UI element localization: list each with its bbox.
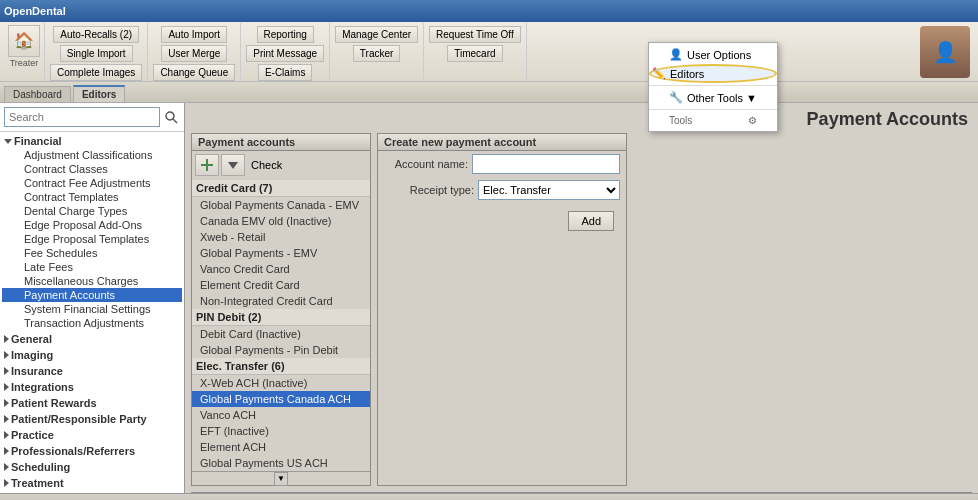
reporting-btn[interactable]: Reporting: [257, 26, 314, 43]
tree-group-patient-responsible: Patient/Responsible Party: [2, 412, 182, 426]
pa-item-gp-canada-emv[interactable]: Global Payments Canada - EMV: [192, 197, 370, 213]
tree-group-header-professionals[interactable]: Professionals/Referrers: [2, 444, 182, 458]
ribbon-top: 🏠 Treater Auto-Recalls (2) Single Import…: [0, 22, 978, 82]
ribbon-section-lockin: Request Time Off Timecard: [424, 23, 527, 81]
tree-item-edge-proposal-templates[interactable]: Edge Proposal Templates: [2, 232, 182, 246]
general-label: General: [11, 333, 52, 345]
tab-dashboard[interactable]: Dashboard: [4, 86, 71, 102]
down-payment-btn[interactable]: [221, 154, 245, 176]
pa-item-element-cc[interactable]: Element Credit Card: [192, 277, 370, 293]
pa-item-vanco-cc[interactable]: Vanco Credit Card: [192, 261, 370, 277]
chevron-right-icon4: [4, 383, 9, 391]
tree-group-header-scheduling[interactable]: Scheduling: [2, 460, 182, 474]
other-tools-item[interactable]: 🔧 Other Tools ▼: [649, 88, 777, 107]
pa-item-eft[interactable]: EFT (Inactive): [192, 423, 370, 439]
pa-item-non-integrated-cc[interactable]: Non-Integrated Credit Card: [192, 293, 370, 309]
ribbon-group-lockin: Request Time Off Timecard: [424, 23, 527, 81]
elec-transfer-header[interactable]: Elec. Transfer (6): [192, 358, 370, 375]
tree-item-transaction-adjustments[interactable]: Transaction Adjustments: [2, 316, 182, 330]
tree-group-workflows: Workflows: [2, 492, 182, 493]
tree-group-header-practice[interactable]: Practice: [2, 428, 182, 442]
tree-group-header-general[interactable]: General: [2, 332, 182, 346]
tree-item-contract-classes[interactable]: Contract Classes: [2, 162, 182, 176]
tree-group-integrations: Integrations: [2, 380, 182, 394]
tree-item-miscellaneous-charges[interactable]: Miscellaneous Charges: [2, 274, 182, 288]
tree-group-header-insurance[interactable]: Insurance: [2, 364, 182, 378]
tree-group-professionals: Professionals/Referrers: [2, 444, 182, 458]
tree-item-payment-accounts[interactable]: Payment Accounts: [2, 288, 182, 302]
search-input[interactable]: [4, 107, 160, 127]
pa-item-gp-canada-ach[interactable]: Global Payments Canada ACH: [192, 391, 370, 407]
complete-images-btn[interactable]: Complete Images: [50, 64, 142, 81]
account-name-input[interactable]: [472, 154, 620, 174]
pa-item-gp-pin-debit[interactable]: Global Payments - Pin Debit: [192, 342, 370, 358]
tools-footer-item[interactable]: Tools ⚙: [649, 112, 777, 129]
pa-item-xweb-retail[interactable]: Xweb - Retail: [192, 229, 370, 245]
pa-item-gp-emv[interactable]: Global Payments - EMV: [192, 245, 370, 261]
manage-center-btn[interactable]: Manage Center: [335, 26, 418, 43]
patient-responsible-label: Patient/Responsible Party: [11, 413, 147, 425]
tree-item-contract-fee-adjustments[interactable]: Contract Fee Adjustments: [2, 176, 182, 190]
change-queue-btn[interactable]: Change Queue: [153, 64, 235, 81]
print-message-btn[interactable]: Print Message: [246, 45, 324, 62]
tree-group-general: General: [2, 332, 182, 346]
add-button[interactable]: Add: [568, 211, 614, 231]
tree-item-system-financial[interactable]: System Financial Settings: [2, 302, 182, 316]
editors-item[interactable]: ✏️ Editors: [649, 64, 777, 83]
tree-group-header-workflows[interactable]: Workflows: [2, 492, 182, 493]
add-payment-btn[interactable]: [195, 154, 219, 176]
pa-item-vanco-ach[interactable]: Vanco ACH: [192, 407, 370, 423]
tree-item-edge-proposal-addons[interactable]: Edge Proposal Add-Ons: [2, 218, 182, 232]
request-time-btn[interactable]: Request Time Off: [429, 26, 521, 43]
user-merge-btn[interactable]: User Merge: [161, 45, 227, 62]
ribbon-group-reporting: Reporting Print Message E-Claims: [241, 23, 330, 81]
tree-item-fee-schedules[interactable]: Fee Schedules: [2, 246, 182, 260]
account-name-label: Account name:: [384, 158, 468, 170]
pa-item-gp-us-ach[interactable]: Global Payments US ACH: [192, 455, 370, 471]
tree-item-adjustment-classifications[interactable]: Adjustment Classifications: [2, 148, 182, 162]
tracker-btn[interactable]: Tracker: [353, 45, 401, 62]
tree-group-header-treatment[interactable]: Treatment: [2, 476, 182, 490]
chevron-right-icon: [4, 335, 9, 343]
ribbon-tabs: Dashboard Editors: [0, 82, 978, 102]
scroll-down-arrow[interactable]: ▼: [274, 472, 288, 486]
tab-editors[interactable]: Editors: [73, 85, 125, 102]
tree-group-header-imaging[interactable]: Imaging: [2, 348, 182, 362]
chevron-right-icon10: [4, 479, 9, 487]
credit-card-header[interactable]: Credit Card (7): [192, 180, 370, 197]
main-area: Financial Adjustment Classifications Con…: [0, 103, 978, 493]
tree-item-dental-charge-types[interactable]: Dental Charge Types: [2, 204, 182, 218]
pin-debit-header[interactable]: PIN Debit (2): [192, 309, 370, 326]
tree-group-header-integrations[interactable]: Integrations: [2, 380, 182, 394]
user-options-item[interactable]: 👤 User Options: [649, 45, 777, 64]
treater-icon-btn[interactable]: 🏠: [8, 25, 40, 57]
ribbon: 🏠 Treater Auto-Recalls (2) Single Import…: [0, 22, 978, 103]
eclaims-btn[interactable]: E-Claims: [258, 64, 313, 81]
tree-item-contract-templates[interactable]: Contract Templates: [2, 190, 182, 204]
tree-item-late-fees[interactable]: Late Fees: [2, 260, 182, 274]
single-import-btn[interactable]: Single Import: [60, 45, 133, 62]
pa-item-xweb-ach[interactable]: X-Web ACH (Inactive): [192, 375, 370, 391]
search-icon[interactable]: [162, 108, 180, 126]
tree-group-header-patient-responsible[interactable]: Patient/Responsible Party: [2, 412, 182, 426]
tools-dropdown: 👤 User Options ✏️ Editors 🔧 Other Tools …: [648, 42, 778, 132]
chevron-right-icon9: [4, 463, 9, 471]
payment-accounts-title: Payment accounts: [192, 134, 370, 151]
dropdown-divider2: [649, 109, 777, 110]
auto-import-btn[interactable]: Auto Import: [161, 26, 227, 43]
auto-recalls-btn[interactable]: Auto-Recalls (2): [53, 26, 139, 43]
pa-item-debit-card[interactable]: Debit Card (Inactive): [192, 326, 370, 342]
tree-group-header-patient-rewards[interactable]: Patient Rewards: [2, 396, 182, 410]
svg-line-1: [173, 119, 177, 123]
svg-rect-3: [201, 164, 213, 166]
chevron-right-icon2: [4, 351, 9, 359]
chevron-right-icon8: [4, 447, 9, 455]
receipt-type-select[interactable]: Elec. Transfer Credit Card PIN Debit: [478, 180, 620, 200]
create-panel-title: Create new payment account: [378, 134, 626, 151]
pa-item-element-ach[interactable]: Element ACH: [192, 439, 370, 455]
imaging-label: Imaging: [11, 349, 53, 361]
ribbon-section-treater: 🏠 Treater: [4, 23, 45, 81]
pa-item-canada-emv-old[interactable]: Canada EMV old (Inactive): [192, 213, 370, 229]
timecard-btn[interactable]: Timecard: [447, 45, 502, 62]
tree-group-header-financial[interactable]: Financial: [2, 134, 182, 148]
